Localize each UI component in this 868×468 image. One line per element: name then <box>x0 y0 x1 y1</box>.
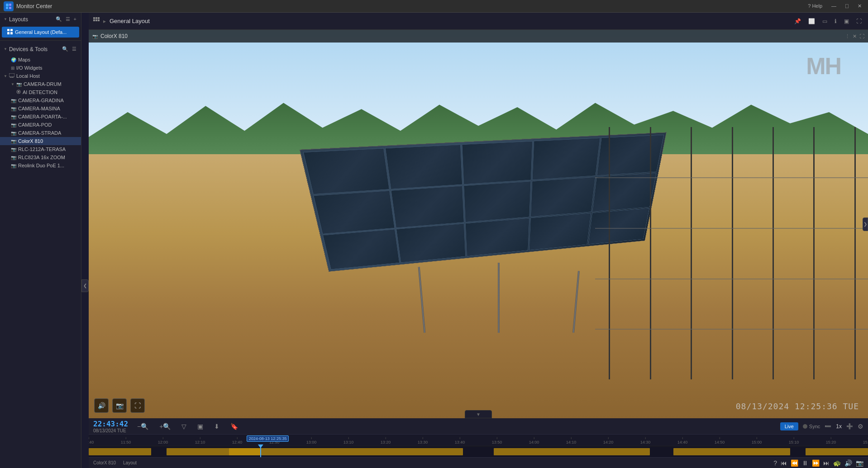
slow-speed-icon[interactable]: 🐢 <box>833 459 841 467</box>
timeline-zoom-in-icon[interactable]: +🔍 <box>157 422 172 431</box>
timeline-bar-4 <box>673 448 790 455</box>
ruler-label-13-30: 13:30 <box>418 437 428 444</box>
ruler-label-12-40: 12:40 <box>232 437 243 444</box>
info-icon[interactable]: ℹ <box>833 17 839 25</box>
sidebar-item-camera-masina[interactable]: 📷 CAMERA-MASINA <box>0 104 81 113</box>
timeline-date: 08/13/2024 TUE <box>93 428 128 433</box>
pause-icon[interactable]: ⏸ <box>802 459 808 467</box>
sidebar-item-maps[interactable]: 🌍 Maps <box>0 56 81 64</box>
layout-info-label: Layout <box>123 460 137 465</box>
pin-icon[interactable]: 📌 <box>792 17 803 25</box>
layouts-label: Layouts <box>9 16 28 23</box>
camera-watermark: MH <box>806 52 841 80</box>
fence-post <box>773 127 774 379</box>
camera-controls[interactable]: 🔊 📷 ⛶ <box>94 398 145 413</box>
minimize-button[interactable]: ― <box>829 2 839 10</box>
close-button[interactable]: ✕ <box>855 2 864 10</box>
ruler-label-15-30: 15:30 <box>863 437 868 444</box>
prev-segment-icon[interactable]: ⏮ <box>781 459 787 467</box>
camera-fullscreen-icon[interactable]: ⛶ <box>859 33 864 39</box>
titlebar-title: Monitor Center <box>16 3 52 9</box>
help-button[interactable]: ? Help <box>805 2 825 10</box>
titlebar-controls[interactable]: ? Help ― ⎕ ✕ <box>805 2 864 10</box>
svg-rect-2 <box>6 7 8 9</box>
volume-playback-icon[interactable]: 🔊 <box>844 459 852 467</box>
timeline-bar-3 <box>494 448 649 455</box>
speed-minus-icon[interactable]: ➖ <box>825 423 831 430</box>
snapshot-button[interactable]: 📷 <box>112 398 127 413</box>
layouts-settings-icon[interactable]: ☰ <box>65 15 71 23</box>
ai-detection-icon <box>16 90 21 95</box>
timeline-track-row[interactable] <box>89 446 868 457</box>
timeline-bookmark-icon[interactable]: 🔖 <box>229 422 240 431</box>
ruler-label-12-10: 12:10 <box>195 437 205 444</box>
solar-cell <box>463 181 531 222</box>
timeline-zoom-out-icon[interactable]: −🔍 <box>135 422 150 431</box>
timeline-record-icon[interactable]: ▣ <box>196 422 205 431</box>
layouts-search-icon[interactable]: 🔍 <box>55 15 63 23</box>
camera-masina-label: CAMERA-MASINA <box>18 106 60 111</box>
next-segment-icon[interactable]: ⏭ <box>823 459 830 467</box>
fence-post <box>650 127 651 379</box>
select-area-button[interactable]: ⛶ <box>130 398 145 413</box>
ai-detection-label: AI DETECTION <box>23 90 57 95</box>
window-icon[interactable]: ▭ <box>820 17 829 25</box>
camera-poarta-icon: 📷 <box>11 114 16 119</box>
sidebar-item-camera-pod[interactable]: 📷 CAMERA-POD <box>0 121 81 129</box>
sidebar-item-camera-poarta[interactable]: 📷 CAMERA-POARTA-... <box>0 113 81 121</box>
sidebar-item-colorx-810[interactable]: 📷 ColorX 810 <box>0 137 81 145</box>
svg-point-13 <box>18 91 19 93</box>
volume-button[interactable]: 🔊 <box>94 398 109 413</box>
camera-pod-icon: 📷 <box>11 123 16 128</box>
view-name: General Layout <box>110 18 150 24</box>
timeline-bar-5 <box>806 448 868 455</box>
camera-masina-icon: 📷 <box>11 106 16 111</box>
sidebar-item-local-host[interactable]: ▼ Local Host <box>0 72 81 80</box>
timeline-settings-icon[interactable]: ⚙ <box>858 423 863 430</box>
layout-item-general[interactable]: General Layout (Defa... <box>2 27 79 38</box>
live-button[interactable]: Live <box>780 422 798 430</box>
svg-rect-7 <box>10 32 13 34</box>
sidebar-item-reolink-duo[interactable]: 📷 Reolink Duo PoE 1... <box>0 161 81 170</box>
solar-cell <box>303 148 390 194</box>
sidebar-item-camera-gradina[interactable]: 📷 CAMERA-GRADINA <box>0 96 81 104</box>
speed-plus-icon[interactable]: ➕ <box>846 423 853 430</box>
devices-settings-icon[interactable]: ☰ <box>71 45 77 53</box>
fullscreen-icon[interactable]: ⛶ <box>854 17 863 25</box>
dock-icon[interactable]: ▣ <box>842 17 851 25</box>
ruler-label-13-10: 13:10 <box>343 437 354 444</box>
panel-scroll-down-button[interactable]: ▼ <box>465 410 492 418</box>
timeline-current-datetime: 2024-08-13 12:25:35 <box>249 436 287 441</box>
sidebar-collapse-button[interactable]: ❮ <box>81 279 89 292</box>
restore-button[interactable]: ⎕ <box>843 2 851 10</box>
speed-value: 1x <box>836 423 842 430</box>
right-panel-collapse-button[interactable]: ❯ <box>863 217 868 231</box>
sidebar-item-camera-drum[interactable]: ▼ 📷 CAMERA-DRUM <box>0 80 81 88</box>
sidebar-item-rlc823a[interactable]: 📷 RLC823A 16x ZOOM <box>0 153 81 161</box>
fence-post <box>691 127 692 379</box>
camera-header: 📷 ColorX 810 ⋮ ✕ ⛶ <box>89 30 868 43</box>
help-playback-icon[interactable]: ? <box>773 459 777 467</box>
timeline-filter-icon[interactable]: ▽ <box>180 422 188 431</box>
next-frame-icon[interactable]: ⏩ <box>812 459 820 467</box>
fence-wire <box>595 177 868 178</box>
sidebar-item-camera-strada[interactable]: 📷 CAMERA-STRADA <box>0 129 81 137</box>
layouts-section-header[interactable]: ▼ Layouts 🔍 ☰ + <box>0 13 81 26</box>
titlebar: Monitor Center ? Help ― ⎕ ✕ <box>0 0 868 13</box>
timeline-download-icon[interactable]: ⬇ <box>212 422 221 431</box>
sidebar-item-rlc-1212a[interactable]: 📷 RLC-1212A-TERASA <box>0 145 81 153</box>
sidebar-item-io-widgets[interactable]: ⊞ I/O Widgets <box>0 64 81 72</box>
timeline-bottom-row: ColorX 810 Layout ? ⏮ ⏪ ⏸ ⏩ ⏭ 🐢 🔊 <box>89 457 868 468</box>
screen-icon[interactable]: ⬜ <box>806 17 817 25</box>
layouts-add-icon[interactable]: + <box>73 15 77 23</box>
io-widgets-label: I/O Widgets <box>16 65 42 71</box>
screenshot-playback-icon[interactable]: 📷 <box>856 459 863 467</box>
playback-controls[interactable]: ? ⏮ ⏪ ⏸ ⏩ ⏭ 🐢 🔊 📷 <box>773 459 863 467</box>
devices-search-icon[interactable]: 🔍 <box>61 45 69 53</box>
sidebar-item-ai-detection[interactable]: AI DETECTION <box>0 88 81 96</box>
camera-menu-icon[interactable]: ⋮ <box>845 33 850 39</box>
camera-minimize-icon[interactable]: ✕ <box>853 33 857 39</box>
devices-tools-header[interactable]: ▼ Devices & Tools 🔍 ☰ <box>0 43 81 56</box>
prev-frame-icon[interactable]: ⏪ <box>791 459 798 467</box>
timeline-scrubber[interactable] <box>260 446 261 457</box>
